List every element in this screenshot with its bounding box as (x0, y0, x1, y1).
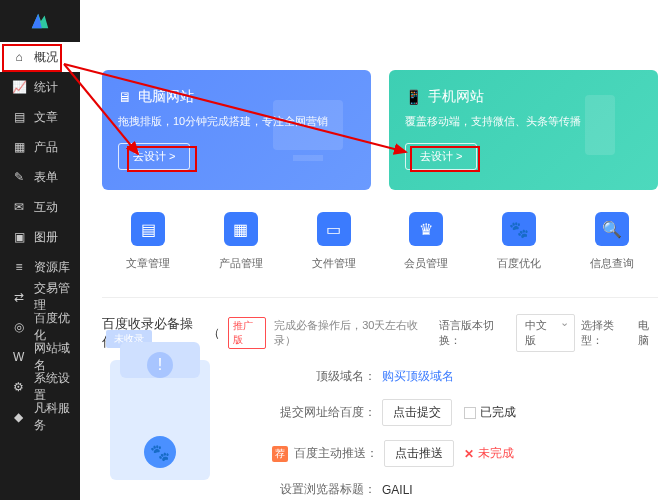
mobile-icon: 📱 (405, 89, 422, 105)
sidebar-item-label: 系统设置 (34, 370, 80, 404)
sidebar-item-label: 产品 (34, 139, 58, 156)
quick-file[interactable]: ▭文件管理 (312, 212, 356, 271)
sidebar-item-article[interactable]: ▤文章 (0, 102, 80, 132)
card-mobile-site: 📱手机网站 覆盖移动端，支持微信、头条等传播 去设计 > (389, 70, 658, 190)
product-icon: ▦ (224, 212, 258, 246)
lang-select[interactable]: 中文版 (516, 314, 575, 352)
sidebar-item-settings[interactable]: ⚙系统设置 (0, 372, 80, 402)
mobile-decor (550, 80, 650, 180)
quick-product[interactable]: ▦产品管理 (219, 212, 263, 271)
lang-label: 语言版本切换： (439, 318, 510, 348)
sidebar-item-seo[interactable]: ◎百度优化 (0, 312, 80, 342)
quick-seo[interactable]: 🐾百度优化 (497, 212, 541, 271)
sidebar-item-label: 凡科服务 (34, 400, 80, 434)
exclaim-icon: ! (147, 352, 173, 378)
service-icon: ◆ (12, 410, 26, 424)
card-pc-site: 🖥电脑网站 拖拽排版，10分钟完成搭建，专注全网营销 去设计 > (102, 70, 371, 190)
sidebar-item-overview[interactable]: ⌂概况 (0, 42, 80, 72)
sidebar-item-label: 文章 (34, 109, 58, 126)
svg-rect-0 (273, 100, 343, 150)
sidebar-item-label: 交易管理 (34, 280, 80, 314)
search-icon: 🔍 (595, 212, 629, 246)
sidebar-item-trade[interactable]: ⇄交易管理 (0, 282, 80, 312)
image-icon: ▣ (12, 230, 26, 244)
svg-rect-2 (585, 95, 615, 155)
push-btn[interactable]: 点击推送 (384, 440, 454, 467)
sidebar-item-service[interactable]: ◆凡科服务 (0, 402, 80, 432)
sidebar: ⌂概况 📈统计 ▤文章 ▦产品 ✎表单 ✉互动 ▣图册 ≡资源库 ⇄交易管理 ◎… (0, 0, 80, 500)
btn-design-mobile[interactable]: 去设计 > (405, 143, 477, 170)
sidebar-item-gallery[interactable]: ▣图册 (0, 222, 80, 252)
chat-icon: ✉ (12, 200, 26, 214)
grid-icon: ▦ (12, 140, 26, 154)
push-status: 未完成 (478, 445, 514, 462)
logo (0, 0, 80, 42)
crown-icon: ♛ (409, 212, 443, 246)
form-icon: ✎ (12, 170, 26, 184)
browser-label: 设置浏览器标题： (272, 481, 382, 498)
browser-value: GAILI (382, 483, 413, 497)
baidu-note: 完成必备操作后，30天左右收录） (274, 318, 431, 348)
sidebar-item-stats[interactable]: 📈统计 (0, 72, 80, 102)
sidebar-item-label: 表单 (34, 169, 58, 186)
buy-domain-link[interactable]: 购买顶级域名 (382, 368, 454, 385)
sidebar-item-label: 网站域名 (34, 340, 80, 374)
domain-icon: W (12, 350, 26, 364)
done-checkbox[interactable]: 已完成 (464, 404, 516, 421)
svg-rect-1 (293, 155, 323, 161)
sidebar-item-label: 资源库 (34, 259, 70, 276)
sidebar-item-domain[interactable]: W网站域名 (0, 342, 80, 372)
envelope-illustration: ! 🐾 (110, 340, 220, 490)
sidebar-item-label: 统计 (34, 79, 58, 96)
baidu-paw-icon: 🐾 (144, 436, 176, 468)
sidebar-item-product[interactable]: ▦产品 (0, 132, 80, 162)
doc-icon: ▤ (12, 110, 26, 124)
db-icon: ≡ (12, 260, 26, 274)
home-icon: ⌂ (12, 50, 26, 64)
submit-btn[interactable]: 点击提交 (382, 399, 452, 426)
type-label: 选择类型： (581, 318, 632, 348)
card-row: 🖥电脑网站 拖拽排版，10分钟完成搭建，专注全网营销 去设计 > 📱手机网站 覆… (102, 70, 658, 190)
sidebar-item-label: 百度优化 (34, 310, 80, 344)
sidebar-item-resource[interactable]: ≡资源库 (0, 252, 80, 282)
push-label: 百度主动推送： (294, 445, 384, 462)
pc-decor (263, 80, 363, 180)
sidebar-item-label: 概况 (34, 49, 58, 66)
paw-icon: 🐾 (502, 212, 536, 246)
x-icon: ✕ (464, 447, 474, 461)
article-icon: ▤ (131, 212, 165, 246)
chart-icon: 📈 (12, 80, 26, 94)
quick-info[interactable]: 🔍信息查询 (590, 212, 634, 271)
domain-label: 顶级域名： (272, 368, 382, 385)
promo-tag: 推广版 (228, 317, 266, 349)
monitor-icon: 🖥 (118, 89, 132, 105)
file-icon: ▭ (317, 212, 351, 246)
seo-icon: ◎ (12, 320, 26, 334)
quick-article[interactable]: ▤文章管理 (126, 212, 170, 271)
sidebar-item-form[interactable]: ✎表单 (0, 162, 80, 192)
type-value: 电脑 (638, 318, 658, 348)
hot-badge: 荐 (272, 446, 288, 462)
quick-member[interactable]: ♛会员管理 (404, 212, 448, 271)
gear-icon: ⚙ (12, 380, 26, 394)
trade-icon: ⇄ (12, 290, 26, 304)
submit-label: 提交网址给百度： (272, 404, 382, 421)
btn-design-pc[interactable]: 去设计 > (118, 143, 190, 170)
sidebar-item-label: 图册 (34, 229, 58, 246)
sidebar-item-label: 互动 (34, 199, 58, 216)
quick-links: ▤文章管理 ▦产品管理 ▭文件管理 ♛会员管理 🐾百度优化 🔍信息查询 (102, 212, 658, 271)
sidebar-item-interactive[interactable]: ✉互动 (0, 192, 80, 222)
